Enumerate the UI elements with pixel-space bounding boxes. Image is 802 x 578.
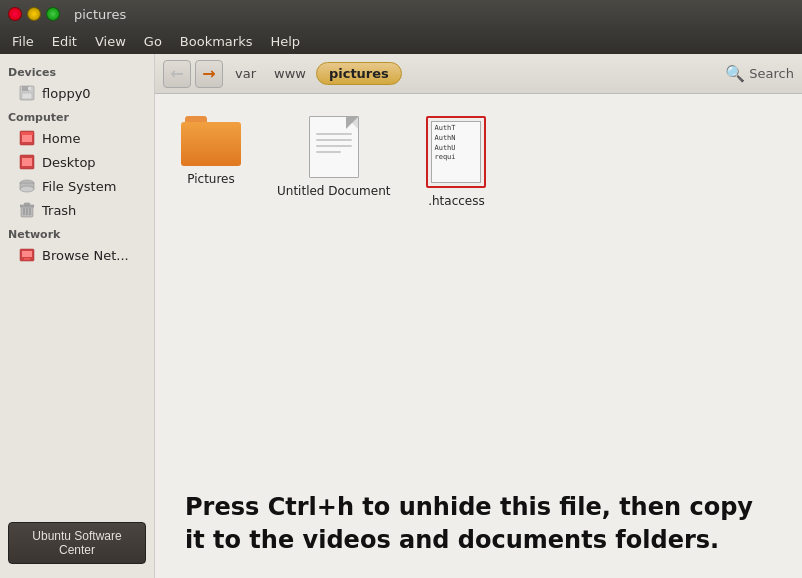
- back-button[interactable]: ←: [163, 60, 191, 88]
- sidebar-floppy0-label: floppy0: [42, 86, 91, 101]
- file-item-htaccess-label: .htaccess: [428, 194, 485, 208]
- home-icon: [18, 129, 36, 147]
- sidebar-home-label: Home: [42, 131, 80, 146]
- breadcrumb-www[interactable]: www: [266, 63, 314, 84]
- window-controls: [8, 7, 60, 21]
- svg-rect-1: [22, 86, 29, 91]
- desktop-icon: [18, 153, 36, 171]
- svg-rect-3: [22, 93, 32, 99]
- menu-file[interactable]: File: [4, 31, 42, 52]
- search-area: 🔍 Search: [725, 64, 794, 83]
- filesystem-icon: [18, 177, 36, 195]
- breadcrumb-pictures[interactable]: pictures: [316, 62, 402, 85]
- file-area: Pictures Untitled Document: [155, 94, 802, 461]
- htaccess-selected-border: AuthTAuthNAuthUrequi: [426, 116, 486, 188]
- sidebar-desktop-label: Desktop: [42, 155, 96, 170]
- devices-section-label: Devices: [0, 60, 154, 81]
- htaccess-icon: AuthTAuthNAuthUrequi: [431, 121, 481, 183]
- svg-rect-20: [24, 258, 30, 260]
- file-item-pictures-label: Pictures: [187, 172, 235, 186]
- sidebar-item-filesystem[interactable]: File System: [2, 174, 152, 198]
- file-item-untitled-label: Untitled Document: [277, 184, 390, 198]
- titlebar: pictures: [0, 0, 802, 28]
- maximize-button[interactable]: [46, 7, 60, 21]
- svg-rect-13: [20, 205, 34, 207]
- main-layout: Devices floppy0 Computer H: [0, 54, 802, 578]
- sidebar-browsenet-label: Browse Net...: [42, 248, 129, 263]
- file-item-pictures[interactable]: Pictures: [171, 110, 251, 192]
- menu-edit[interactable]: Edit: [44, 31, 85, 52]
- search-icon[interactable]: 🔍: [725, 64, 745, 83]
- sidebar: Devices floppy0 Computer H: [0, 54, 155, 578]
- sidebar-item-trash[interactable]: Trash: [2, 198, 152, 222]
- search-label: Search: [749, 66, 794, 81]
- network-section-label: Network: [0, 222, 154, 243]
- sidebar-footer: Ubuntu Software Center: [0, 514, 154, 572]
- sidebar-filesystem-label: File System: [42, 179, 116, 194]
- menu-help[interactable]: Help: [262, 31, 308, 52]
- window-title: pictures: [74, 7, 126, 22]
- menu-bookmarks[interactable]: Bookmarks: [172, 31, 261, 52]
- menu-view[interactable]: View: [87, 31, 134, 52]
- ubuntu-software-button[interactable]: Ubuntu Software Center: [8, 522, 146, 564]
- breadcrumb-var[interactable]: var: [227, 63, 264, 84]
- svg-rect-6: [21, 132, 33, 135]
- svg-rect-14: [24, 203, 30, 205]
- svg-rect-8: [22, 158, 32, 166]
- document-icon: [309, 116, 359, 178]
- file-item-htaccess[interactable]: AuthTAuthNAuthUrequi .htaccess: [416, 110, 496, 214]
- toolbar: ← → var www pictures 🔍 Search: [155, 54, 802, 94]
- instruction-text: Press Ctrl+h to unhide this file, then c…: [185, 491, 772, 558]
- sidebar-item-home[interactable]: Home: [2, 126, 152, 150]
- svg-rect-19: [22, 251, 32, 257]
- sidebar-trash-label: Trash: [42, 203, 76, 218]
- instruction-area: Press Ctrl+h to unhide this file, then c…: [155, 471, 802, 578]
- sidebar-item-floppy0[interactable]: floppy0: [2, 81, 152, 105]
- floppy-icon: [18, 84, 36, 102]
- svg-rect-5: [22, 134, 32, 142]
- folder-icon: [181, 116, 241, 166]
- breadcrumb-bar: var www pictures: [227, 62, 713, 85]
- computer-section-label: Computer: [0, 105, 154, 126]
- sidebar-item-desktop[interactable]: Desktop: [2, 150, 152, 174]
- file-item-untitled[interactable]: Untitled Document: [271, 110, 396, 204]
- htaccess-content: AuthTAuthNAuthUrequi: [432, 122, 480, 165]
- trash-icon: [18, 201, 36, 219]
- minimize-button[interactable]: [27, 7, 41, 21]
- network-icon: [18, 246, 36, 264]
- sidebar-item-browsenet[interactable]: Browse Net...: [2, 243, 152, 267]
- content-area: ← → var www pictures 🔍 Search Pictures: [155, 54, 802, 578]
- svg-rect-2: [28, 87, 31, 90]
- forward-button[interactable]: →: [195, 60, 223, 88]
- menubar: File Edit View Go Bookmarks Help: [0, 28, 802, 54]
- menu-go[interactable]: Go: [136, 31, 170, 52]
- close-button[interactable]: [8, 7, 22, 21]
- svg-point-11: [20, 186, 34, 192]
